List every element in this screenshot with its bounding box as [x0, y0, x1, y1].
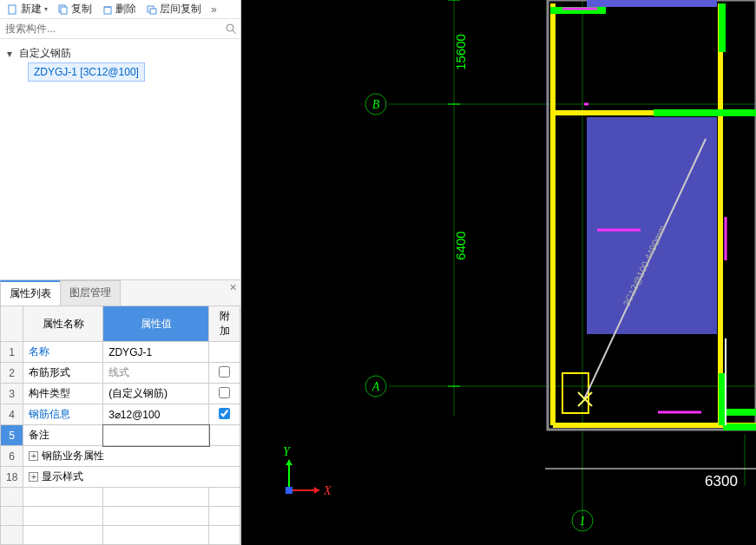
copy-icon — [58, 4, 69, 15]
dropdown-caret-icon: ▾ — [44, 5, 48, 13]
close-panel-button[interactable]: ✕ — [229, 282, 237, 293]
floor-copy-button[interactable]: 层间复制 — [142, 0, 206, 18]
svg-text:A: A — [371, 380, 380, 393]
svg-text:X: X — [323, 484, 332, 497]
prop-val-layout[interactable]: 线式 — [103, 363, 209, 384]
svg-rect-2 — [61, 7, 67, 14]
prop-val-name[interactable]: ZDYGJ-1 — [103, 342, 209, 363]
toolbar-more-icon[interactable]: » — [207, 3, 220, 16]
new-icon — [8, 4, 18, 15]
svg-point-7 — [227, 24, 233, 31]
prop-header-extra: 附加 — [209, 306, 240, 342]
search-row — [0, 19, 240, 39]
slab — [587, 117, 717, 334]
tab-layers[interactable]: 图层管理 — [60, 280, 121, 305]
ucs-icon: X Y — [283, 445, 332, 497]
prop-val-rebar[interactable]: 3⌀12@100 — [103, 404, 209, 425]
prop-name-remark: 备注 — [23, 425, 103, 446]
prop-row-style[interactable]: 18 +显示样式 — [1, 467, 240, 488]
floor-copy-icon — [147, 4, 157, 15]
tree-item-zdygj1[interactable]: ZDYGJ-1 [3C12@100] — [28, 62, 145, 82]
svg-rect-28 — [286, 487, 293, 494]
svg-rect-3 — [104, 7, 111, 14]
copy-label: 复制 — [71, 2, 92, 16]
drawing-canvas[interactable]: B A 1 15600 6400 6300 X Y — [241, 0, 756, 545]
prop-val-remark[interactable] — [103, 425, 209, 446]
caret-down-icon: ▾ — [7, 48, 16, 60]
svg-text:Y: Y — [283, 445, 292, 458]
svg-rect-35 — [587, 0, 717, 7]
prop-val-type[interactable]: (自定义钢筋) — [103, 384, 209, 404]
svg-marker-25 — [314, 487, 319, 494]
left-pane: 新建 ▾ 复制 删除 层间复制 » ▾ — [0, 0, 241, 545]
delete-icon — [102, 4, 113, 15]
tab-properties[interactable]: 属性列表 — [0, 280, 61, 305]
svg-rect-0 — [9, 5, 16, 14]
prop-row-layout[interactable]: 2 布筋形式 线式 — [1, 363, 240, 384]
prop-name-biz[interactable]: +钢筋业务属性 — [23, 446, 240, 467]
grid-bubble-b: B — [365, 94, 386, 115]
tree-root-label: 自定义钢筋 — [19, 46, 71, 61]
prop-header-row: 属性名称 属性值 附加 — [1, 306, 240, 342]
expand-icon[interactable]: + — [29, 472, 38, 482]
svg-rect-6 — [150, 9, 156, 14]
column — [562, 373, 588, 413]
prop-row-type[interactable]: 3 构件类型 (自定义钢筋) — [1, 384, 240, 404]
extra-chk-rebar[interactable] — [219, 408, 230, 419]
prop-header-index — [1, 306, 23, 342]
extra-chk-layout[interactable] — [219, 366, 230, 378]
delete-label: 删除 — [115, 2, 136, 16]
search-button[interactable] — [221, 19, 240, 38]
extra-chk-type[interactable] — [219, 387, 230, 398]
svg-text:B: B — [372, 98, 380, 111]
grid-bubble-a: A — [365, 376, 386, 397]
prop-name-name: 名称 — [23, 342, 103, 363]
copy-button[interactable]: 复制 — [54, 0, 96, 18]
prop-name-style[interactable]: +显示样式 — [23, 467, 240, 488]
prop-name-rebar: 钢筋信息 — [23, 404, 103, 425]
delete-button[interactable]: 删除 — [98, 0, 141, 18]
search-icon — [225, 23, 237, 35]
prop-row-name[interactable]: 1 名称 ZDYGJ-1 — [1, 342, 240, 363]
property-panel: ✕ 属性列表 图层管理 属性名称 属性值 附加 1 名称 ZDYGJ-1 2 布… — [0, 279, 240, 545]
prop-name-layout: 布筋形式 — [23, 363, 103, 384]
prop-row-biz[interactable]: 6 +钢筋业务属性 — [1, 446, 240, 467]
prop-header-name: 属性名称 — [23, 306, 103, 342]
svg-marker-27 — [286, 460, 293, 465]
pick-point-marker — [578, 392, 592, 406]
prop-row-remark[interactable]: 5 备注 — [1, 425, 240, 446]
svg-line-8 — [233, 30, 236, 34]
prop-name-type: 构件类型 — [23, 384, 103, 404]
component-toolbar: 新建 ▾ 复制 删除 层间复制 » — [0, 0, 240, 19]
new-button[interactable]: 新建 ▾ — [3, 0, 52, 18]
tree-root-custom-rebar[interactable]: ▾ 自定义钢筋 — [7, 44, 233, 62]
dim-15600: 15600 — [453, 34, 468, 70]
prop-header-value[interactable]: 属性值 — [103, 306, 209, 342]
component-tree: ▾ 自定义钢筋 ZDYGJ-1 [3C12@100] — [0, 39, 240, 87]
prop-row-rebar[interactable]: 4 钢筋信息 3⌀12@100 — [1, 404, 240, 425]
svg-text:1: 1 — [580, 515, 586, 528]
floor-copy-label: 层间复制 — [160, 2, 201, 16]
property-table: 属性名称 属性值 附加 1 名称 ZDYGJ-1 2 布筋形式 线式 3 构件类… — [0, 305, 240, 545]
dim-6400: 6400 — [453, 231, 468, 259]
search-input[interactable] — [0, 19, 221, 38]
new-label: 新建 — [21, 2, 42, 16]
dim-6300: 6300 — [705, 473, 738, 489]
cad-viewport[interactable]: B A 1 15600 6400 6300 X Y — [241, 0, 756, 545]
panel-tabs: 属性列表 图层管理 — [0, 280, 240, 305]
expand-icon[interactable]: + — [29, 451, 38, 461]
